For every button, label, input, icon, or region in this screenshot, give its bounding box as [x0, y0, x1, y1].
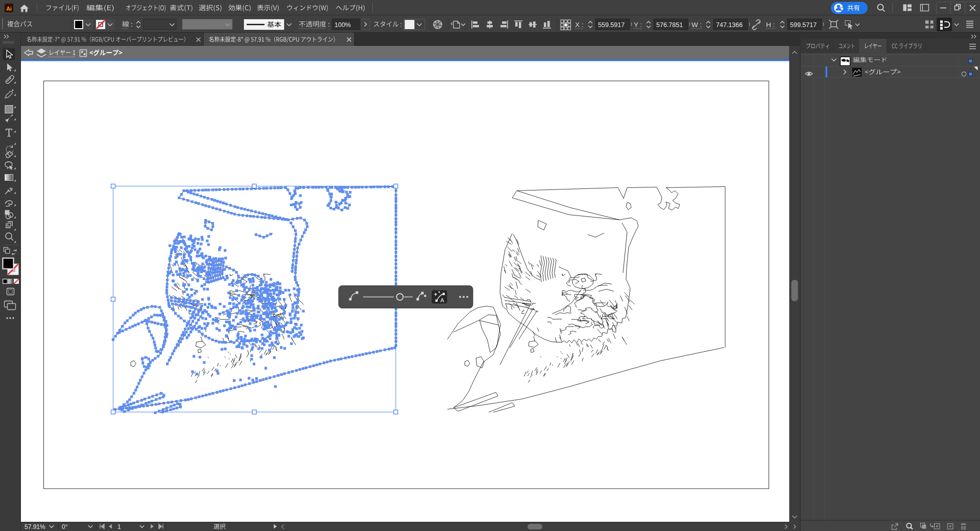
svg-text:H :: H : [766, 21, 775, 29]
svg-text:A: A [440, 297, 444, 303]
svg-text:57.91%: 57.91% [25, 523, 45, 530]
svg-text:100%: 100% [334, 21, 351, 29]
svg-text:747.1366: 747.1366 [716, 21, 743, 29]
svg-text:1: 1 [117, 523, 121, 530]
svg-text:599.5717: 599.5717 [790, 21, 817, 29]
svg-text:576.7851: 576.7851 [656, 21, 683, 29]
svg-text:0°: 0° [62, 523, 68, 530]
svg-text:X :: X : [575, 21, 584, 29]
svg-text:W :: W : [691, 21, 702, 29]
svg-text:559.5917: 559.5917 [598, 21, 625, 29]
svg-text:Ai: Ai [6, 6, 12, 12]
svg-text:Y :: Y : [634, 21, 642, 29]
